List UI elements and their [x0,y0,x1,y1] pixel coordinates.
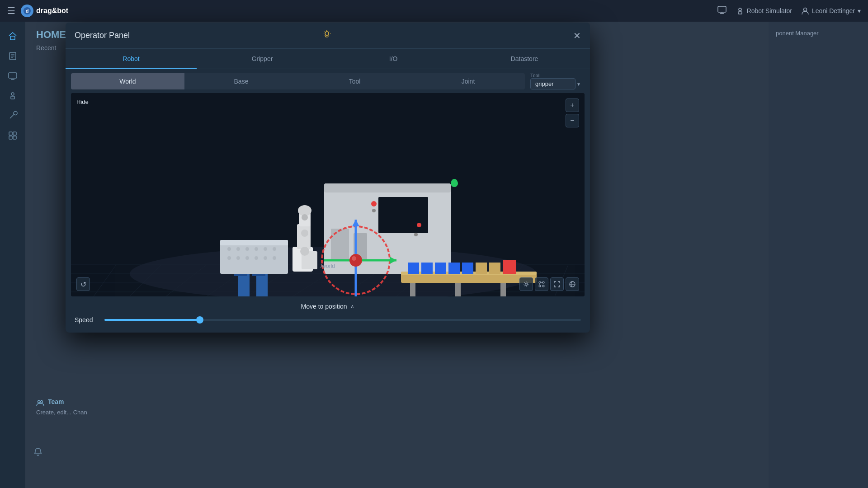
svg-point-50 [255,247,258,251]
svg-rect-18 [13,132,16,135]
right-panel: ponent Manager [769,22,868,488]
svg-rect-82 [476,263,487,274]
settings-tool-button[interactable] [519,277,533,291]
svg-point-53 [227,256,231,260]
tool-select-wrapper: gripper none tool1 ▼ [530,78,585,89]
modal-close-button[interactable]: ✕ [573,30,581,41]
speed-slider-thumb[interactable] [196,316,203,324]
svg-point-48 [236,247,240,251]
sub-tab-tool[interactable]: Tool [298,73,411,89]
move-to-position-button[interactable]: Move to position ∧ [66,296,590,314]
user-label: Leoni Dettinger [812,7,855,14]
sub-tab-bar: World Base Tool Joint [71,73,525,89]
hide-button[interactable]: Hide [76,99,89,105]
reset-view-button[interactable]: ↺ [76,277,90,291]
svg-rect-87 [500,283,506,296]
svg-point-47 [227,247,231,251]
svg-point-102 [451,179,458,185]
svg-rect-13 [9,73,17,78]
tab-robot[interactable]: Robot [66,49,197,69]
operator-panel: Operator Panel ✕ Robot Gripper I/O Datas… [66,23,590,333]
screen-icon[interactable] [717,5,727,17]
user-menu-button[interactable]: Leoni Dettinger ▾ [801,7,861,15]
hamburger-menu-icon[interactable]: ☰ [7,5,15,16]
top-nav: ☰ d drag&bot Robot Simulator [0,0,868,22]
svg-point-56 [255,256,258,260]
svg-point-71 [372,209,376,212]
sub-tab-world[interactable]: World [71,73,184,89]
svg-rect-86 [455,283,461,296]
svg-point-55 [245,256,249,260]
sidebar-item-home[interactable] [4,27,22,45]
svg-rect-83 [489,263,500,274]
svg-rect-16 [11,96,14,99]
team-description: Create, edit... Chan [36,409,87,416]
svg-rect-79 [435,263,446,274]
bottom-sidebar [29,443,47,461]
robot-simulator-button[interactable]: Robot Simulator [736,7,792,15]
svg-rect-17 [9,132,12,135]
svg-rect-84 [503,260,516,274]
viewport-bottom-left: ↺ [76,277,90,291]
svg-point-101 [352,256,356,261]
svg-point-49 [245,247,249,251]
svg-point-66 [302,214,308,221]
svg-rect-80 [448,263,460,274]
view-mode-button[interactable] [566,277,579,291]
svg-point-103 [417,223,421,227]
home-title: HOME [36,29,66,41]
sidebar-item-settings[interactable] [4,127,22,145]
world-label: /world [321,263,335,269]
joints-tool-button[interactable] [535,277,548,291]
svg-rect-73 [331,229,349,260]
team-section: Team Create, edit... Chan [36,398,87,416]
svg-point-51 [264,247,267,251]
tab-io[interactable]: I/O [328,49,459,69]
modal-header: Operator Panel ✕ [66,23,590,49]
expand-tool-button[interactable] [550,277,564,291]
sub-tab-joint[interactable]: Joint [411,73,525,89]
tab-bar: Robot Gripper I/O Datastore [66,49,590,69]
speed-slider[interactable] [104,319,581,321]
svg-rect-77 [408,263,419,274]
svg-rect-19 [9,136,12,139]
svg-point-107 [542,282,544,283]
svg-rect-69 [378,197,428,233]
light-icon[interactable] [322,30,331,41]
sub-tab-base[interactable]: Base [184,73,298,89]
app-name: drag&bot [36,7,68,15]
viewport[interactable]: Hide [71,93,585,296]
tab-datastore[interactable]: Datastore [459,49,590,69]
top-nav-left: ☰ d drag&bot [7,5,68,17]
svg-point-22 [41,401,43,403]
sidebar-item-programs[interactable] [4,47,22,65]
svg-point-65 [301,230,308,237]
svg-point-5 [739,8,741,11]
svg-point-21 [38,401,40,403]
component-manager-label: ponent Manager [776,30,819,37]
sidebar-item-robot[interactable] [4,87,22,105]
svg-point-54 [236,256,240,260]
zoom-in-button[interactable]: + [566,99,579,112]
svg-point-105 [525,283,528,286]
svg-point-7 [804,8,807,11]
viewport-zoom-controls: + − [566,99,579,127]
svg-rect-46 [220,240,288,245]
svg-rect-6 [738,12,742,14]
svg-rect-78 [421,263,433,274]
viewport-bottom-right [519,277,579,291]
svg-rect-85 [410,283,415,296]
sidebar-item-monitor[interactable] [4,67,22,85]
svg-point-106 [539,282,541,283]
move-to-position-label: Move to position [301,303,347,310]
svg-text:d: d [26,8,29,14]
sidebar-item-notifications[interactable] [29,443,47,461]
svg-rect-8 [10,36,15,40]
zoom-out-button[interactable]: − [566,114,579,127]
svg-point-109 [542,285,544,287]
app-logo: d drag&bot [21,5,68,17]
svg-rect-81 [462,263,473,274]
sidebar-item-tools[interactable] [4,107,22,125]
tab-gripper[interactable]: Gripper [197,49,328,69]
tool-select[interactable]: gripper none tool1 [530,78,576,89]
